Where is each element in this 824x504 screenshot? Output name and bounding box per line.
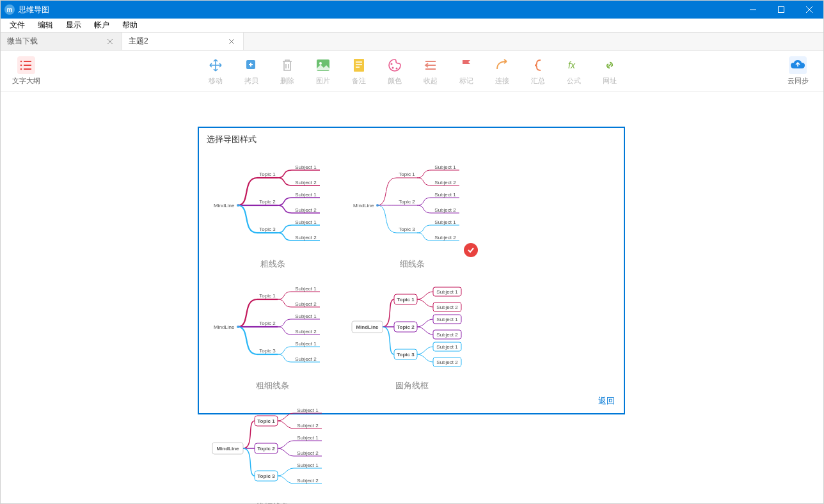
style-caption: 细线条 xyxy=(400,258,425,270)
connect-button[interactable]: 连接 xyxy=(484,53,520,89)
svg-text:Subject 1: Subject 1 xyxy=(295,164,317,170)
svg-text:Topic 2: Topic 2 xyxy=(259,199,276,205)
svg-text:Subject 1: Subject 1 xyxy=(295,341,317,347)
move-icon xyxy=(207,56,225,74)
svg-text:Topic 1: Topic 1 xyxy=(259,171,276,177)
style-picker-dialog: 选择导图样式 MindLineTopic 1Subject 1Subject 2… xyxy=(198,127,625,414)
svg-text:Subject 2: Subject 2 xyxy=(295,301,317,307)
tool-label: 公式 xyxy=(567,76,581,86)
move-button[interactable]: 移动 xyxy=(198,53,234,89)
copy-icon xyxy=(242,56,260,74)
style-thumb: MindLineTopic 1Subject 1Subject 2Topic 2… xyxy=(209,400,337,496)
svg-text:Topic 3: Topic 3 xyxy=(399,226,415,232)
tool-label: 网址 xyxy=(603,76,617,86)
mark-icon xyxy=(457,56,475,74)
svg-point-5 xyxy=(20,68,22,70)
menu-edit[interactable]: 编辑 xyxy=(31,19,59,32)
style-option-1[interactable]: MindLineTopic 1Subject 1Subject 2Topic 2… xyxy=(342,151,482,272)
style-thumb: MindLineTopic 1Subject 1Subject 2Topic 2… xyxy=(209,279,337,375)
menu-view[interactable]: 显示 xyxy=(59,19,88,32)
style-thumb: MindLineTopic 1Subject 1Subject 2Topic 2… xyxy=(348,279,476,375)
tab-item[interactable]: 主题2 xyxy=(122,33,244,50)
svg-text:Subject 1: Subject 1 xyxy=(297,462,319,468)
cloud-sync-label: 云同步 xyxy=(788,76,809,86)
formula-icon: fx xyxy=(565,56,583,74)
menu-file[interactable]: 文件 xyxy=(3,19,31,32)
style-option-0[interactable]: MindLineTopic 1Subject 1Subject 2Topic 2… xyxy=(203,151,342,272)
collapse-button[interactable]: 收起 xyxy=(413,53,448,89)
toolbar: 文字大纲 移动拷贝删除图片备注颜色收起标记连接汇总fx公式网址 云同步 xyxy=(1,51,823,91)
svg-text:Topic 3: Topic 3 xyxy=(397,352,415,358)
tool-label: 图片 xyxy=(316,76,330,86)
svg-rect-0 xyxy=(779,7,784,13)
svg-text:Subject 2: Subject 2 xyxy=(295,235,317,240)
tab-item[interactable]: 微当下载 xyxy=(1,33,122,50)
tab-close-icon[interactable] xyxy=(226,36,237,47)
summary-button[interactable]: 汇总 xyxy=(520,53,556,89)
svg-text:Subject 2: Subject 2 xyxy=(434,235,456,240)
style-option-4[interactable]: MindLineTopic 1Subject 1Subject 2Topic 2… xyxy=(203,394,342,504)
url-button[interactable]: 网址 xyxy=(592,53,628,89)
svg-point-13 xyxy=(396,67,398,69)
image-button[interactable]: 图片 xyxy=(305,53,341,89)
svg-point-1 xyxy=(20,60,22,62)
tabbar: 微当下载 主题2 xyxy=(1,33,823,51)
summary-icon xyxy=(529,56,547,74)
svg-rect-10 xyxy=(354,59,364,72)
style-caption: 粗线条 xyxy=(260,258,285,270)
tab-close-icon[interactable] xyxy=(105,36,115,47)
svg-text:Subject 2: Subject 2 xyxy=(295,329,317,335)
svg-text:Subject 1: Subject 1 xyxy=(436,344,458,350)
color-button[interactable]: 颜色 xyxy=(377,53,413,89)
cloud-sync-button[interactable]: 云同步 xyxy=(780,53,816,89)
style-thumb: MindLineTopic 1Subject 1Subject 2Topic 2… xyxy=(348,157,476,253)
titlebar: m 思维导图 xyxy=(1,1,823,19)
mark-button[interactable]: 标记 xyxy=(448,53,484,89)
svg-rect-4 xyxy=(24,65,31,66)
svg-text:Subject 2: Subject 2 xyxy=(297,478,319,484)
style-option-3[interactable]: MindLineTopic 1Subject 1Subject 2Topic 2… xyxy=(342,272,482,394)
selected-check-icon xyxy=(464,243,478,257)
window-maximize-button[interactable] xyxy=(767,1,795,19)
tool-label: 拷贝 xyxy=(244,76,258,86)
svg-text:fx: fx xyxy=(568,60,576,70)
svg-text:Topic 3: Topic 3 xyxy=(259,226,276,232)
svg-text:MindLine: MindLine xyxy=(353,203,374,209)
svg-text:Subject 2: Subject 2 xyxy=(297,423,319,429)
back-link[interactable]: 返回 xyxy=(598,396,615,406)
menu-account[interactable]: 帐户 xyxy=(88,19,116,32)
style-caption: 线框线条 xyxy=(256,501,289,504)
formula-button[interactable]: fx公式 xyxy=(556,53,592,89)
color-icon xyxy=(386,56,404,74)
svg-text:Subject 1: Subject 1 xyxy=(297,435,319,441)
menu-help[interactable]: 帮助 xyxy=(116,19,144,32)
svg-text:Subject 1: Subject 1 xyxy=(434,219,456,225)
copy-button[interactable]: 拷贝 xyxy=(234,53,269,89)
dialog-title: 选择导图样式 xyxy=(199,128,624,151)
svg-text:Subject 2: Subject 2 xyxy=(295,180,317,185)
canvas: 选择导图样式 MindLineTopic 1Subject 1Subject 2… xyxy=(1,91,823,503)
svg-text:Subject 1: Subject 1 xyxy=(434,164,456,170)
svg-text:Topic 2: Topic 2 xyxy=(397,324,415,330)
style-option-2[interactable]: MindLineTopic 1Subject 1Subject 2Topic 2… xyxy=(203,272,342,394)
note-button[interactable]: 备注 xyxy=(341,53,377,89)
window-minimize-button[interactable] xyxy=(739,1,767,19)
svg-text:Topic 1: Topic 1 xyxy=(399,171,415,177)
svg-rect-6 xyxy=(24,68,31,70)
style-thumb: MindLineTopic 1Subject 1Subject 2Topic 2… xyxy=(209,157,337,253)
svg-point-3 xyxy=(20,64,22,66)
url-icon xyxy=(601,56,619,74)
tab-label: 微当下载 xyxy=(7,36,105,47)
svg-text:Subject 1: Subject 1 xyxy=(295,219,317,225)
outline-button[interactable]: 文字大纲 xyxy=(8,53,44,89)
tool-label: 删除 xyxy=(280,76,294,86)
tool-label: 连接 xyxy=(495,76,509,86)
svg-text:Topic 1: Topic 1 xyxy=(259,293,276,299)
outline-label: 文字大纲 xyxy=(12,76,40,86)
delete-button[interactable]: 删除 xyxy=(269,53,305,89)
window-close-button[interactable] xyxy=(795,1,823,19)
app-title: 思维导图 xyxy=(19,4,49,15)
svg-rect-2 xyxy=(24,61,31,62)
svg-text:Subject 2: Subject 2 xyxy=(297,450,319,456)
svg-text:MindLine: MindLine xyxy=(214,324,235,330)
